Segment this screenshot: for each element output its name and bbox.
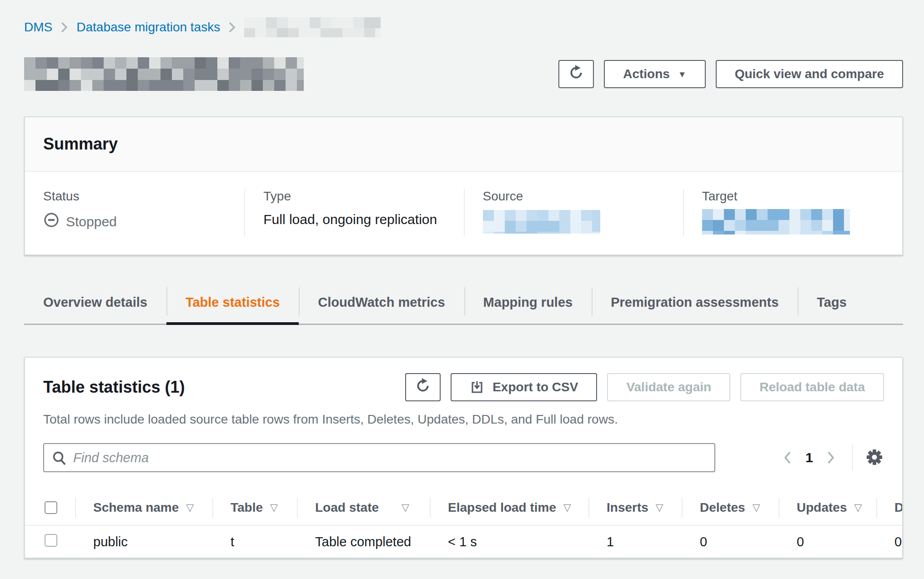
page-header: Actions ▼ Quick view and compare <box>24 57 903 91</box>
column-header-updates[interactable]: Updates ▽ <box>778 490 876 525</box>
summary-panel-header: Summary <box>25 117 902 172</box>
breadcrumb-link-dms[interactable]: DMS <box>24 20 52 35</box>
summary-field-type: Type Full load, ongoing replication <box>244 189 463 236</box>
column-label: Inserts <box>607 500 648 515</box>
header-toolbar: Actions ▼ Quick view and compare <box>558 60 903 88</box>
column-header-load-state[interactable]: Load state ▽ <box>297 490 430 525</box>
summary-title: Summary <box>43 135 884 154</box>
settings-gear-button[interactable] <box>865 448 884 468</box>
actions-button[interactable]: Actions ▼ <box>604 60 706 88</box>
cell-table: t <box>212 534 297 549</box>
tab-overview-details[interactable]: Overview details <box>24 283 166 324</box>
column-header-schema-name[interactable]: Schema name ▽ <box>75 490 212 525</box>
table-statistics-table: Schema name ▽ Table ▽ Load state ▽ Elaps… <box>25 490 902 558</box>
stopped-icon <box>43 212 60 231</box>
column-label: Schema name <box>93 500 179 515</box>
export-to-csv-button[interactable]: Export to CSV <box>451 373 597 401</box>
target-endpoint-link-redacted[interactable] <box>702 209 850 235</box>
sort-icon: ▽ <box>753 502 760 514</box>
caret-down-icon: ▼ <box>678 70 687 79</box>
cell-schema-name: public <box>75 534 212 549</box>
previous-page-button[interactable] <box>778 450 797 465</box>
column-header-table[interactable]: Table ▽ <box>212 490 297 525</box>
cell-inserts: 1 <box>588 534 682 549</box>
table-statistics-panel: Table statistics (1) Export to CSV <box>24 357 903 559</box>
table-statistics-header: Table statistics (1) Export to CSV <box>25 358 902 472</box>
summary-field-status: Status Stopped <box>25 189 244 236</box>
schema-search <box>43 443 715 472</box>
summary-panel: Summary Status Stopped Type Full load, o… <box>24 116 903 255</box>
cell-deletes: 0 <box>682 534 778 549</box>
tab-table-statistics[interactable]: Table statistics <box>166 283 299 324</box>
cell-load-state: Table completed <box>297 534 430 549</box>
cell-updates: 0 <box>778 534 876 549</box>
sort-icon: ▽ <box>270 502 278 514</box>
column-header-inserts[interactable]: Inserts ▽ <box>588 490 682 525</box>
status-value: Stopped <box>43 212 226 231</box>
breadcrumb: DMS Database migration tasks <box>24 0 903 37</box>
column-header-elapsed-load-time[interactable]: Elapsed load time ▽ <box>430 490 588 525</box>
chevron-right-icon <box>228 20 236 34</box>
refresh-button[interactable] <box>558 60 594 88</box>
status-label: Status <box>43 189 226 204</box>
cell-ddls: 0 <box>876 534 902 549</box>
cell-elapsed-load-time: < 1 s <box>430 534 588 549</box>
type-value: Full load, ongoing replication <box>263 212 445 227</box>
select-all-checkbox[interactable] <box>45 501 57 514</box>
table-statistics-title: Table statistics (1) <box>43 378 185 397</box>
chevron-right-icon <box>60 20 68 34</box>
sort-icon: ▽ <box>186 502 194 514</box>
quick-view-label: Quick view and compare <box>735 67 884 81</box>
gear-icon <box>865 448 884 468</box>
quick-view-compare-button[interactable]: Quick view and compare <box>716 60 903 88</box>
column-header-ddls[interactable]: DDLs ▽ <box>876 490 902 525</box>
pagination: 1 <box>778 444 884 471</box>
download-icon <box>470 380 484 394</box>
table-controls: 1 <box>43 443 884 472</box>
pagination-divider <box>852 444 853 471</box>
column-label: Updates <box>797 500 847 515</box>
reload-table-data-button[interactable]: Reload table data <box>740 373 884 401</box>
breadcrumb-link-tasks[interactable]: Database migration tasks <box>76 20 220 35</box>
page-title-redacted <box>24 57 304 91</box>
summary-field-source: Source <box>464 189 683 236</box>
row-select-cell <box>25 534 75 550</box>
column-label: Load state <box>315 500 379 515</box>
source-label: Source <box>483 189 665 204</box>
sort-icon: ▽ <box>563 502 571 514</box>
table-row: public t Table completed < 1 s 1 0 0 0 <box>25 526 902 558</box>
breadcrumb-current-redacted <box>244 17 381 37</box>
sort-icon: ▽ <box>656 502 663 514</box>
source-endpoint-link-redacted[interactable] <box>483 210 600 234</box>
summary-grid: Status Stopped Type Full load, ongoing r… <box>25 172 902 255</box>
column-label: Table <box>231 500 263 515</box>
next-page-button[interactable] <box>821 450 840 465</box>
summary-field-target: Target <box>683 189 902 236</box>
tab-tags[interactable]: Tags <box>798 283 866 324</box>
type-label: Type <box>263 189 445 204</box>
page-content: DMS Database migration tasks Actions ▼ Q… <box>24 0 903 559</box>
table-statistics-description: Total rows include loaded source table r… <box>43 410 884 429</box>
export-label: Export to CSV <box>492 380 578 394</box>
row-checkbox[interactable] <box>45 534 57 547</box>
page-number[interactable]: 1 <box>797 450 821 465</box>
sort-icon: ▽ <box>402 502 409 514</box>
actions-label: Actions <box>623 67 670 81</box>
search-icon <box>51 450 68 468</box>
table-refresh-button[interactable] <box>405 373 441 401</box>
table-header-row: Schema name ▽ Table ▽ Load state ▽ Elaps… <box>25 490 902 526</box>
target-label: Target <box>702 189 884 204</box>
status-text: Stopped <box>66 214 117 230</box>
validate-again-button[interactable]: Validate again <box>607 373 730 401</box>
reload-label: Reload table data <box>759 380 865 394</box>
sort-icon: ▽ <box>854 502 862 514</box>
tab-cloudwatch-metrics[interactable]: CloudWatch metrics <box>299 283 464 324</box>
column-label: Deletes <box>700 500 745 515</box>
column-label: Elapsed load time <box>448 500 556 515</box>
find-schema-input[interactable] <box>43 443 715 472</box>
validate-label: Validate again <box>626 380 711 394</box>
tab-bar: Overview details Table statistics CloudW… <box>24 283 903 325</box>
tab-mapping-rules[interactable]: Mapping rules <box>464 283 592 324</box>
column-header-deletes[interactable]: Deletes ▽ <box>682 490 778 525</box>
tab-premigration-assessments[interactable]: Premigration assessments <box>592 283 798 324</box>
